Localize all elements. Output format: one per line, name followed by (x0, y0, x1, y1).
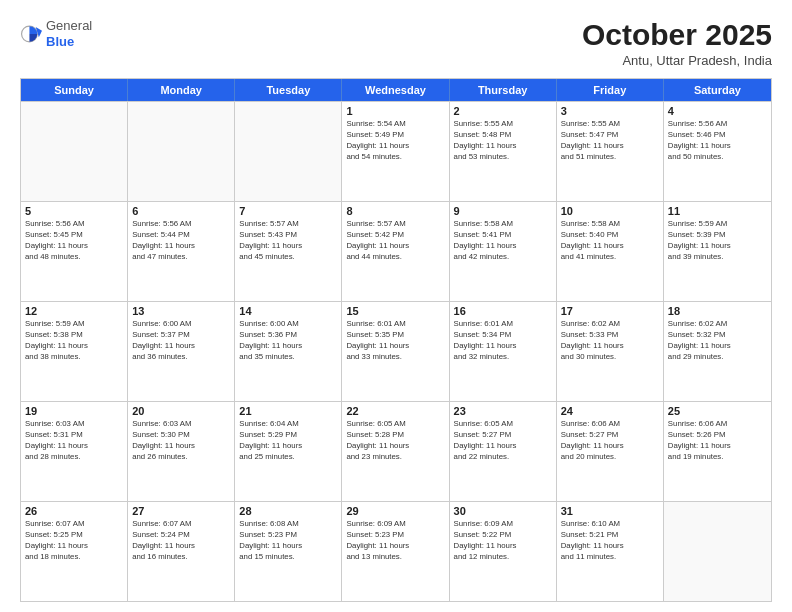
calendar-cell: 30Sunrise: 6:09 AM Sunset: 5:22 PM Dayli… (450, 502, 557, 601)
cell-date-number: 7 (239, 205, 337, 217)
cell-info: Sunrise: 5:58 AM Sunset: 5:40 PM Dayligh… (561, 219, 659, 263)
cell-info: Sunrise: 5:56 AM Sunset: 5:44 PM Dayligh… (132, 219, 230, 263)
cell-info: Sunrise: 5:55 AM Sunset: 5:48 PM Dayligh… (454, 119, 552, 163)
week-row: 12Sunrise: 5:59 AM Sunset: 5:38 PM Dayli… (21, 301, 771, 401)
calendar-cell: 27Sunrise: 6:07 AM Sunset: 5:24 PM Dayli… (128, 502, 235, 601)
cell-info: Sunrise: 6:06 AM Sunset: 5:26 PM Dayligh… (668, 419, 767, 463)
week-row: 19Sunrise: 6:03 AM Sunset: 5:31 PM Dayli… (21, 401, 771, 501)
cell-info: Sunrise: 6:01 AM Sunset: 5:34 PM Dayligh… (454, 319, 552, 363)
cell-info: Sunrise: 5:59 AM Sunset: 5:39 PM Dayligh… (668, 219, 767, 263)
calendar-cell: 31Sunrise: 6:10 AM Sunset: 5:21 PM Dayli… (557, 502, 664, 601)
calendar-cell: 29Sunrise: 6:09 AM Sunset: 5:23 PM Dayli… (342, 502, 449, 601)
calendar-cell: 18Sunrise: 6:02 AM Sunset: 5:32 PM Dayli… (664, 302, 771, 401)
day-header: Tuesday (235, 79, 342, 101)
calendar-cell: 11Sunrise: 5:59 AM Sunset: 5:39 PM Dayli… (664, 202, 771, 301)
cell-info: Sunrise: 5:58 AM Sunset: 5:41 PM Dayligh… (454, 219, 552, 263)
cell-date-number: 22 (346, 405, 444, 417)
title-block: October 2025 Antu, Uttar Pradesh, India (582, 18, 772, 68)
cell-date-number: 2 (454, 105, 552, 117)
cell-date-number: 28 (239, 505, 337, 517)
calendar-cell: 14Sunrise: 6:00 AM Sunset: 5:36 PM Dayli… (235, 302, 342, 401)
cell-info: Sunrise: 6:08 AM Sunset: 5:23 PM Dayligh… (239, 519, 337, 563)
logo: General Blue (20, 18, 92, 49)
calendar-cell: 1Sunrise: 5:54 AM Sunset: 5:49 PM Daylig… (342, 102, 449, 201)
cell-date-number: 19 (25, 405, 123, 417)
cell-date-number: 4 (668, 105, 767, 117)
calendar-cell: 28Sunrise: 6:08 AM Sunset: 5:23 PM Dayli… (235, 502, 342, 601)
cell-info: Sunrise: 6:03 AM Sunset: 5:31 PM Dayligh… (25, 419, 123, 463)
cell-date-number: 29 (346, 505, 444, 517)
cell-info: Sunrise: 6:01 AM Sunset: 5:35 PM Dayligh… (346, 319, 444, 363)
calendar-cell: 17Sunrise: 6:02 AM Sunset: 5:33 PM Dayli… (557, 302, 664, 401)
calendar-cell: 6Sunrise: 5:56 AM Sunset: 5:44 PM Daylig… (128, 202, 235, 301)
calendar-cell (128, 102, 235, 201)
cell-date-number: 26 (25, 505, 123, 517)
cell-date-number: 13 (132, 305, 230, 317)
calendar-cell: 19Sunrise: 6:03 AM Sunset: 5:31 PM Dayli… (21, 402, 128, 501)
calendar-cell: 2Sunrise: 5:55 AM Sunset: 5:48 PM Daylig… (450, 102, 557, 201)
calendar-cell: 25Sunrise: 6:06 AM Sunset: 5:26 PM Dayli… (664, 402, 771, 501)
logo-general: General (46, 18, 92, 33)
cell-info: Sunrise: 5:56 AM Sunset: 5:46 PM Dayligh… (668, 119, 767, 163)
cell-info: Sunrise: 6:04 AM Sunset: 5:29 PM Dayligh… (239, 419, 337, 463)
header: General Blue October 2025 Antu, Uttar Pr… (20, 18, 772, 68)
calendar-cell: 16Sunrise: 6:01 AM Sunset: 5:34 PM Dayli… (450, 302, 557, 401)
day-header: Friday (557, 79, 664, 101)
calendar-cell: 20Sunrise: 6:03 AM Sunset: 5:30 PM Dayli… (128, 402, 235, 501)
cell-date-number: 24 (561, 405, 659, 417)
week-row: 1Sunrise: 5:54 AM Sunset: 5:49 PM Daylig… (21, 101, 771, 201)
cell-date-number: 12 (25, 305, 123, 317)
month-title: October 2025 (582, 18, 772, 51)
week-row: 5Sunrise: 5:56 AM Sunset: 5:45 PM Daylig… (21, 201, 771, 301)
calendar-cell (21, 102, 128, 201)
calendar-cell: 13Sunrise: 6:00 AM Sunset: 5:37 PM Dayli… (128, 302, 235, 401)
cell-info: Sunrise: 5:57 AM Sunset: 5:43 PM Dayligh… (239, 219, 337, 263)
day-header: Wednesday (342, 79, 449, 101)
cell-date-number: 1 (346, 105, 444, 117)
cell-date-number: 6 (132, 205, 230, 217)
cell-info: Sunrise: 6:10 AM Sunset: 5:21 PM Dayligh… (561, 519, 659, 563)
logo-icon (20, 23, 42, 45)
cell-info: Sunrise: 6:09 AM Sunset: 5:23 PM Dayligh… (346, 519, 444, 563)
cell-info: Sunrise: 6:06 AM Sunset: 5:27 PM Dayligh… (561, 419, 659, 463)
cell-date-number: 20 (132, 405, 230, 417)
calendar-cell: 21Sunrise: 6:04 AM Sunset: 5:29 PM Dayli… (235, 402, 342, 501)
cell-info: Sunrise: 6:07 AM Sunset: 5:25 PM Dayligh… (25, 519, 123, 563)
calendar-cell: 3Sunrise: 5:55 AM Sunset: 5:47 PM Daylig… (557, 102, 664, 201)
cell-date-number: 23 (454, 405, 552, 417)
cell-info: Sunrise: 6:05 AM Sunset: 5:27 PM Dayligh… (454, 419, 552, 463)
calendar-cell: 9Sunrise: 5:58 AM Sunset: 5:41 PM Daylig… (450, 202, 557, 301)
cell-date-number: 16 (454, 305, 552, 317)
logo-text: General Blue (46, 18, 92, 49)
page: General Blue October 2025 Antu, Uttar Pr… (0, 0, 792, 612)
cell-info: Sunrise: 5:57 AM Sunset: 5:42 PM Dayligh… (346, 219, 444, 263)
day-header: Sunday (21, 79, 128, 101)
calendar-cell: 5Sunrise: 5:56 AM Sunset: 5:45 PM Daylig… (21, 202, 128, 301)
cell-date-number: 11 (668, 205, 767, 217)
calendar-cell: 23Sunrise: 6:05 AM Sunset: 5:27 PM Dayli… (450, 402, 557, 501)
logo-blue: Blue (46, 34, 74, 49)
cell-info: Sunrise: 6:09 AM Sunset: 5:22 PM Dayligh… (454, 519, 552, 563)
cell-date-number: 30 (454, 505, 552, 517)
cell-date-number: 25 (668, 405, 767, 417)
day-header: Saturday (664, 79, 771, 101)
calendar-cell: 26Sunrise: 6:07 AM Sunset: 5:25 PM Dayli… (21, 502, 128, 601)
calendar-cell: 15Sunrise: 6:01 AM Sunset: 5:35 PM Dayli… (342, 302, 449, 401)
week-row: 26Sunrise: 6:07 AM Sunset: 5:25 PM Dayli… (21, 501, 771, 601)
cell-info: Sunrise: 6:05 AM Sunset: 5:28 PM Dayligh… (346, 419, 444, 463)
cell-info: Sunrise: 5:59 AM Sunset: 5:38 PM Dayligh… (25, 319, 123, 363)
calendar-cell: 10Sunrise: 5:58 AM Sunset: 5:40 PM Dayli… (557, 202, 664, 301)
calendar-cell: 7Sunrise: 5:57 AM Sunset: 5:43 PM Daylig… (235, 202, 342, 301)
cell-date-number: 15 (346, 305, 444, 317)
calendar-cell: 24Sunrise: 6:06 AM Sunset: 5:27 PM Dayli… (557, 402, 664, 501)
day-header: Monday (128, 79, 235, 101)
cell-date-number: 31 (561, 505, 659, 517)
cell-info: Sunrise: 6:00 AM Sunset: 5:37 PM Dayligh… (132, 319, 230, 363)
cell-info: Sunrise: 5:54 AM Sunset: 5:49 PM Dayligh… (346, 119, 444, 163)
calendar-cell: 12Sunrise: 5:59 AM Sunset: 5:38 PM Dayli… (21, 302, 128, 401)
calendar-cell: 4Sunrise: 5:56 AM Sunset: 5:46 PM Daylig… (664, 102, 771, 201)
cell-info: Sunrise: 6:07 AM Sunset: 5:24 PM Dayligh… (132, 519, 230, 563)
cell-date-number: 18 (668, 305, 767, 317)
calendar-cell (664, 502, 771, 601)
calendar-cell (235, 102, 342, 201)
